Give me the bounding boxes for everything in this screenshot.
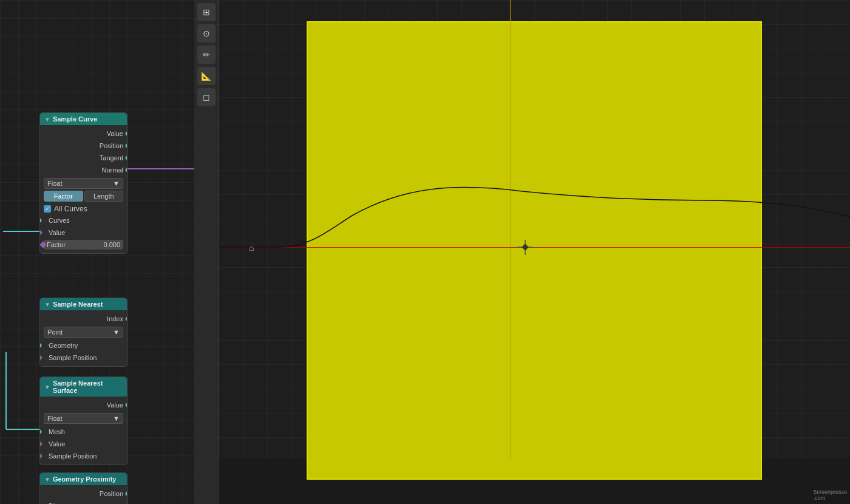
main-area: ⊞ ⊙ ✏ 📐 ◻ ⌂ xyxy=(194,0,850,504)
toolbar-btn-1[interactable]: ⊞ xyxy=(197,3,216,21)
toolbar-btn-4[interactable]: 📐 xyxy=(197,67,216,85)
input-curves-socket xyxy=(39,218,42,223)
surface-output-value-socket xyxy=(125,403,127,407)
proximity-position-label: Position xyxy=(100,490,123,497)
output-index-row: Index xyxy=(40,313,127,325)
viewport-area[interactable]: ⌂ xyxy=(219,0,850,458)
sample-curve-header[interactable]: ▼ Sample Curve xyxy=(40,113,127,125)
output-index-socket xyxy=(125,316,127,321)
surface-sample-pos-label: Sample Position xyxy=(44,452,97,460)
all-curves-checkbox[interactable] xyxy=(44,205,51,213)
output-value-row: Value xyxy=(40,128,127,140)
point-dropdown-value: Point xyxy=(47,329,63,336)
sample-nearest-surface-title: Sample Nearest Surface xyxy=(53,380,123,394)
sample-nearest-surface-body: Value Float ▼ Mesh Value Sample Position xyxy=(40,397,127,465)
input-value-row: Value xyxy=(40,226,127,239)
toolbar-btn-3[interactable]: ✏ xyxy=(197,46,216,64)
toolbar-btn-5[interactable]: ◻ xyxy=(197,88,216,106)
factor-button[interactable]: Factor xyxy=(44,191,83,202)
collapse-icon-2[interactable]: ▼ xyxy=(44,301,50,308)
geometry-proximity-title: Geometry Proximity xyxy=(53,475,117,483)
surface-sample-pos-row: Sample Position xyxy=(40,450,127,462)
collapse-icon-3[interactable]: ▼ xyxy=(44,384,50,390)
all-curves-row: All Curves xyxy=(40,203,127,214)
output-position-label: Position xyxy=(100,142,123,149)
sample-nearest-surface-node: ▼ Sample Nearest Surface Value Float ▼ M… xyxy=(39,376,127,465)
collapse-icon-4[interactable]: ▼ xyxy=(44,476,50,483)
watermark-text: Screenpresso.com xyxy=(813,489,847,501)
output-normal-row: Normal xyxy=(40,164,127,176)
sample-nearest-header[interactable]: ▼ Sample Nearest xyxy=(40,298,127,310)
viewport-canvas: ⌂ xyxy=(219,0,850,458)
sample-curve-body: Value Position Tangent Normal Float ▼ xyxy=(40,125,127,253)
vertical-line-left xyxy=(510,0,511,458)
float-dropdown-value: Float xyxy=(47,180,62,187)
point-dropdown[interactable]: Point ▼ xyxy=(44,327,123,338)
input-mesh-label: Mesh xyxy=(44,428,65,435)
output-normal-socket xyxy=(125,168,127,172)
output-tangent-row: Tangent xyxy=(40,152,127,164)
output-value-socket xyxy=(125,131,127,136)
factor-field-label[interactable]: Factor xyxy=(44,240,96,250)
sample-nearest-surface-header[interactable]: ▼ Sample Nearest Surface xyxy=(40,377,127,397)
geometry-proximity-body: Position Distance xyxy=(40,485,127,504)
surface-sample-pos-socket xyxy=(39,452,43,459)
toolbar-btn-2[interactable]: ⊙ xyxy=(197,24,216,43)
collapse-icon[interactable]: ▼ xyxy=(44,116,50,123)
dropdown-chevron: ▼ xyxy=(113,180,120,187)
factor-field-value[interactable]: 0.000 xyxy=(96,240,123,250)
geometry-proximity-node: ▼ Geometry Proximity Position Distance xyxy=(39,472,127,504)
sample-curve-node: ▼ Sample Curve Value Position Tangent No… xyxy=(39,112,127,254)
surface-input-value-socket xyxy=(39,440,43,447)
output-tangent-socket xyxy=(125,155,127,160)
surface-input-value-row: Value xyxy=(40,438,127,450)
output-value-label: Value xyxy=(107,130,123,137)
proximity-distance-row: Distance xyxy=(40,500,127,504)
input-geometry-row: Geometry xyxy=(40,339,127,352)
input-mesh-socket xyxy=(39,429,42,434)
yellow-rectangle xyxy=(307,21,762,480)
all-curves-label: All Curves xyxy=(54,205,87,213)
sample-curve-title: Sample Curve xyxy=(53,115,97,123)
left-toolbar: ⊞ ⊙ ✏ 📐 ◻ xyxy=(194,0,219,504)
float-dropdown[interactable]: Float ▼ xyxy=(44,178,123,189)
input-curves-row: Curves xyxy=(40,214,127,226)
output-tangent-label: Tangent xyxy=(100,154,123,162)
output-normal-label: Normal xyxy=(102,166,123,174)
surface-float-value: Float xyxy=(47,415,62,422)
input-mesh-row: Mesh xyxy=(40,426,127,438)
output-index-label: Index xyxy=(107,315,123,322)
input-curves-label: Curves xyxy=(44,217,70,224)
input-sample-pos-label: Sample Position xyxy=(44,354,97,361)
input-value-socket xyxy=(39,229,43,236)
input-geometry-label: Geometry xyxy=(44,342,78,349)
horizontal-red-line xyxy=(219,247,850,248)
point-dropdown-chevron: ▼ xyxy=(113,329,120,336)
geometry-proximity-header[interactable]: ▼ Geometry Proximity xyxy=(40,473,127,485)
proximity-position-socket xyxy=(125,491,127,496)
sample-nearest-title: Sample Nearest xyxy=(53,301,103,308)
input-geometry-socket xyxy=(39,343,42,348)
input-sample-pos-socket xyxy=(39,354,43,361)
output-position-socket xyxy=(125,143,127,148)
screenpresso-watermark: Screenpresso.com xyxy=(813,489,847,501)
sample-nearest-body: Index Point ▼ Geometry Sample Position xyxy=(40,310,127,366)
factor-length-toggle: Factor Length xyxy=(44,191,123,202)
input-sample-position-row: Sample Position xyxy=(40,352,127,364)
node-editor-panel: ▼ Sample Curve Value Position Tangent No… xyxy=(0,0,194,504)
surface-output-value-label: Value xyxy=(107,401,123,409)
output-position-row: Position xyxy=(40,140,127,152)
sample-nearest-node: ▼ Sample Nearest Index Point ▼ Geometry … xyxy=(39,298,127,367)
surface-input-value-label: Value xyxy=(44,440,65,448)
surface-float-chevron: ▼ xyxy=(113,415,120,422)
surface-float-dropdown[interactable]: Float ▼ xyxy=(44,413,123,424)
factor-field-row: Factor 0.000 xyxy=(44,240,123,250)
proximity-position-row: Position xyxy=(40,488,127,500)
bracket-icon: ⌂ xyxy=(249,243,254,253)
length-button[interactable]: Length xyxy=(84,191,124,202)
input-value-label: Value xyxy=(44,229,65,236)
surface-output-value-row: Value xyxy=(40,399,127,411)
